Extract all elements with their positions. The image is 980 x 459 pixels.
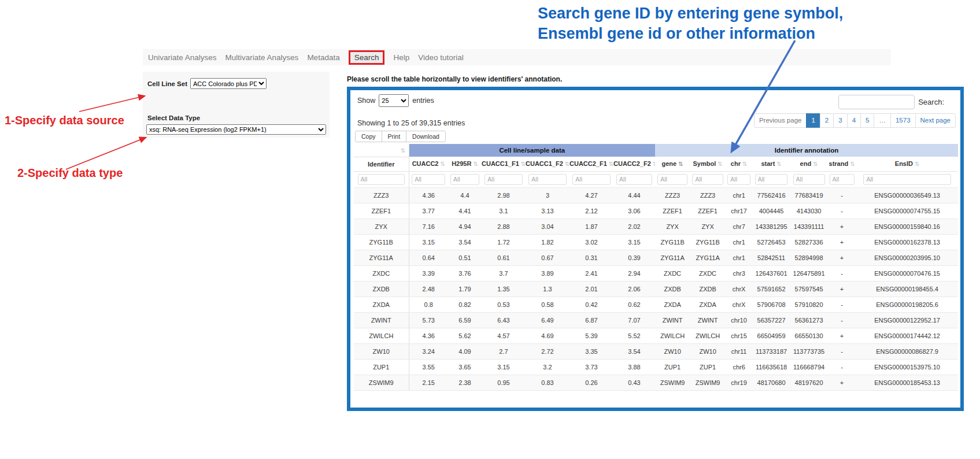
filter-input-strand[interactable]: [830, 174, 855, 185]
table-row: ZZEF13.774.413.13.132.123.06ZZEF1ZZEF1ch…: [354, 203, 958, 219]
page-button-3[interactable]: 3: [833, 113, 847, 128]
column-header-cuacc1-f2[interactable]: CUACC1_F2⇅: [526, 157, 569, 171]
cell: 4.09: [448, 343, 482, 359]
column-header-cuacc2[interactable]: CUACC2⇅: [409, 157, 448, 171]
cell: 4.94: [448, 219, 482, 234]
cell-line-set-select[interactable]: ACC Colorado plus PDX: [190, 78, 267, 89]
filter-input-end[interactable]: [793, 174, 825, 185]
column-header-identifier[interactable]: Identifier: [354, 157, 409, 171]
page-button-4[interactable]: 4: [847, 113, 861, 128]
print-button[interactable]: Print: [382, 131, 407, 142]
cell: chr15: [726, 328, 752, 343]
filter-cell-ensid: [856, 171, 958, 187]
cell: ZYX: [354, 219, 409, 234]
cell: 0.62: [613, 297, 655, 312]
filter-input-cuacc1-f2[interactable]: [528, 174, 566, 185]
cell: 113733187: [752, 343, 790, 359]
page-button-1573[interactable]: 1573: [890, 113, 916, 128]
nav-item-help[interactable]: Help: [393, 53, 409, 62]
filter-input-cuacc2-f1[interactable]: [572, 174, 610, 185]
column-header-end[interactable]: end⇅: [790, 157, 827, 171]
cell: 0.61: [482, 250, 526, 265]
cell: 3.55: [409, 359, 448, 375]
cell: 2.94: [613, 265, 655, 281]
group-header-identifier-annotation: Identifier annotation: [655, 144, 958, 157]
download-button[interactable]: Download: [406, 131, 446, 142]
cell: 113773735: [790, 343, 827, 359]
cell: 4.27: [569, 187, 613, 203]
filter-input-identifier[interactable]: [358, 174, 405, 185]
column-header-cuacc1-f1[interactable]: CUACC1_F1⇅: [482, 157, 526, 171]
cell: 2.02: [613, 219, 655, 234]
cell: +: [827, 234, 856, 250]
cell: 3.02: [569, 234, 613, 250]
page-button-1[interactable]: 1: [806, 113, 820, 128]
cell: 2.15: [409, 375, 448, 390]
nav-item-video-tutorial[interactable]: Video tutorial: [418, 53, 464, 62]
cell: ENSG00000203995.10: [856, 250, 958, 265]
column-header-cuacc2-f1[interactable]: CUACC2_F1⇅: [569, 157, 613, 171]
cell: 48197620: [790, 375, 827, 390]
column-header-strand[interactable]: strand⇅: [827, 157, 856, 171]
cell: 0.53: [482, 297, 526, 312]
column-header-h295r[interactable]: H295R⇅: [448, 157, 482, 171]
cell: -: [827, 312, 856, 328]
nav-item-univariate-analyses[interactable]: Univariate Analyses: [148, 53, 217, 62]
table-row: ZYG11A0.640.510.610.670.310.39ZYG11AZYG1…: [354, 250, 958, 265]
filter-input-cuacc2[interactable]: [412, 174, 445, 185]
page-button-5[interactable]: 5: [860, 113, 874, 128]
cell: ZYX: [690, 219, 726, 234]
cell: 0.58: [526, 297, 569, 312]
results-panel: Show 25 entries Showing 1 to 25 of 39,31…: [347, 87, 964, 411]
filter-input-gene[interactable]: [657, 174, 687, 185]
filter-input-chr[interactable]: [727, 174, 750, 185]
previous-page-button[interactable]: Previous page: [754, 113, 807, 128]
cell: 52894998: [790, 250, 827, 265]
cell: ZXDC: [690, 265, 726, 281]
column-header-chr[interactable]: chr⇅: [726, 157, 752, 171]
filter-input-cuacc2-f2[interactable]: [616, 174, 652, 185]
filter-cell-h295r: [448, 171, 482, 187]
cell-line-set-label: Cell Line Set: [147, 80, 187, 87]
cell: 1.87: [569, 219, 613, 234]
page-button-2[interactable]: 2: [820, 113, 834, 128]
cell: 7.16: [409, 219, 448, 234]
filter-input-cuacc1-f1[interactable]: [485, 174, 522, 185]
cell: 5.62: [448, 328, 482, 343]
filter-input-symbol[interactable]: [692, 174, 723, 185]
cell: ZWILCH: [655, 328, 690, 343]
column-header-symbol[interactable]: Symbol⇅: [690, 157, 726, 171]
filter-cell-gene: [655, 171, 690, 187]
data-type-select[interactable]: xsq: RNA-seq Expression (log2 FPKM+1): [146, 124, 326, 135]
cell: 6.87: [569, 312, 613, 328]
pagination: Previous page12345…1573Next page: [754, 113, 956, 128]
filter-input-ensid[interactable]: [863, 174, 951, 185]
cell: ZW10: [655, 343, 690, 359]
nav-item-search[interactable]: Search: [349, 50, 385, 65]
search-input[interactable]: [838, 95, 915, 109]
group-header-row: ⇅Cell line/sample dataIdentifier annotat…: [354, 144, 958, 157]
column-header-gene[interactable]: gene⇅: [655, 157, 690, 171]
cell: 3.24: [409, 343, 448, 359]
cell: chr19: [726, 375, 752, 390]
sort-icon: ⇅: [678, 161, 683, 167]
filter-input-h295r[interactable]: [450, 174, 479, 185]
cell: chr10: [726, 312, 752, 328]
identifier-sort-cell[interactable]: ⇅: [354, 144, 409, 157]
cell: ENSG00000122952.17: [856, 312, 958, 328]
cell: +: [827, 281, 856, 297]
column-header-cuacc2-f2[interactable]: CUACC2_F2⇅: [613, 157, 655, 171]
column-header-ensid[interactable]: EnsID⇅: [856, 157, 958, 171]
page-length-select[interactable]: 25: [379, 94, 409, 107]
column-header-label: end: [800, 160, 812, 167]
next-page-button[interactable]: Next page: [915, 113, 956, 128]
nav-item-multivariate-analyses[interactable]: Multivariate Analyses: [225, 53, 299, 62]
column-header-start[interactable]: start⇅: [752, 157, 790, 171]
copy-button[interactable]: Copy: [355, 131, 382, 142]
cell: 77683419: [790, 187, 827, 203]
nav-item-metadata[interactable]: Metadata: [307, 53, 339, 62]
cell: chr1: [726, 187, 752, 203]
filter-input-start[interactable]: [755, 174, 788, 185]
cell-line-set-row: Cell Line Set ACC Colorado plus PDX: [147, 78, 267, 89]
cell: ZZZ3: [354, 187, 409, 203]
